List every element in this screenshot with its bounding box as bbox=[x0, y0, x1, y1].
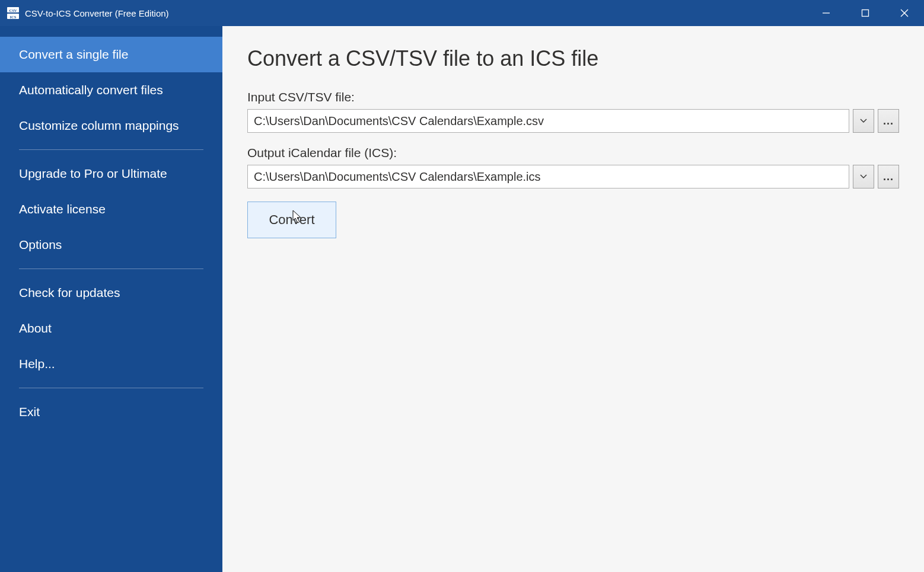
maximize-button[interactable] bbox=[846, 0, 885, 26]
sidebar-item-about[interactable]: About bbox=[0, 311, 222, 346]
app-icon: CSV ICS bbox=[6, 6, 20, 20]
chevron-down-icon bbox=[860, 174, 867, 179]
sidebar-item-upgrade-to-pro-or-ultimate[interactable]: Upgrade to Pro or Ultimate bbox=[0, 156, 222, 191]
input-file-dropdown-button[interactable] bbox=[853, 109, 874, 133]
chevron-down-icon bbox=[860, 119, 867, 123]
sidebar-item-convert-a-single-file[interactable]: Convert a single file bbox=[0, 37, 222, 72]
sidebar-item-exit[interactable]: Exit bbox=[0, 394, 222, 430]
sidebar-divider bbox=[19, 149, 203, 150]
page-title: Convert a CSV/TSV file to an ICS file bbox=[247, 46, 899, 71]
sidebar-divider bbox=[19, 269, 203, 269]
titlebar[interactable]: CSV ICS CSV-to-ICS Converter (Free Editi… bbox=[0, 0, 924, 26]
svg-text:ICS: ICS bbox=[10, 15, 17, 19]
main-panel: Convert a CSV/TSV file to an ICS file In… bbox=[222, 26, 924, 572]
svg-text:CSV: CSV bbox=[9, 8, 17, 12]
input-file-field[interactable] bbox=[247, 109, 849, 133]
sidebar-item-help[interactable]: Help... bbox=[0, 346, 222, 382]
sidebar-item-activate-license[interactable]: Activate license bbox=[0, 191, 222, 227]
output-file-browse-button[interactable]: ... bbox=[878, 165, 899, 188]
sidebar-item-options[interactable]: Options bbox=[0, 227, 222, 263]
output-file-field[interactable] bbox=[247, 165, 849, 188]
minimize-button[interactable] bbox=[807, 0, 846, 26]
sidebar: Convert a single fileAutomatically conve… bbox=[0, 26, 222, 572]
convert-button[interactable]: Convert bbox=[247, 202, 336, 238]
input-file-browse-button[interactable]: ... bbox=[878, 109, 899, 133]
sidebar-item-customize-column-mappings[interactable]: Customize column mappings bbox=[0, 108, 222, 143]
input-file-label: Input CSV/TSV file: bbox=[247, 90, 899, 104]
sidebar-item-check-for-updates[interactable]: Check for updates bbox=[0, 275, 222, 311]
output-file-label: Output iCalendar file (ICS): bbox=[247, 146, 899, 160]
close-button[interactable] bbox=[885, 0, 924, 26]
window-title: CSV-to-ICS Converter (Free Edition) bbox=[25, 8, 169, 18]
sidebar-item-automatically-convert-files[interactable]: Automatically convert files bbox=[0, 72, 222, 108]
output-file-dropdown-button[interactable] bbox=[853, 165, 874, 188]
svg-rect-5 bbox=[862, 10, 869, 17]
sidebar-divider bbox=[19, 388, 203, 388]
